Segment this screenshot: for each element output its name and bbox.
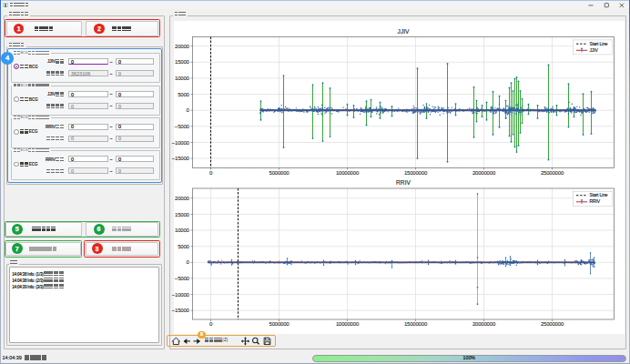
- svg-text:15000: 15000: [175, 59, 190, 65]
- svg-text:20000: 20000: [175, 44, 190, 49]
- svg-text:−5000: −5000: [175, 276, 190, 281]
- svg-text:RRIV: RRIV: [396, 179, 411, 186]
- svg-text:JJIV: JJIV: [398, 28, 410, 35]
- svg-text:−10000: −10000: [172, 292, 190, 298]
- svg-text:15000000: 15000000: [404, 321, 428, 327]
- svg-text:−10000: −10000: [172, 140, 190, 146]
- svg-text:10000: 10000: [175, 76, 190, 81]
- svg-text:5000000: 5000000: [269, 170, 290, 176]
- svg-text:0: 0: [209, 321, 213, 327]
- svg-text:5000: 5000: [178, 244, 189, 249]
- svg-text:25000000: 25000000: [541, 321, 564, 327]
- svg-text:−15000: −15000: [172, 308, 190, 313]
- svg-text:−15000: −15000: [172, 156, 190, 161]
- svg-text:5000: 5000: [178, 92, 189, 97]
- svg-text:RRIV: RRIV: [590, 198, 601, 204]
- svg-text:10000000: 10000000: [336, 321, 360, 327]
- svg-text:−5000: −5000: [175, 124, 190, 129]
- svg-text:15000000: 15000000: [404, 170, 428, 176]
- svg-text:10000000: 10000000: [336, 170, 360, 176]
- svg-text:0: 0: [187, 107, 190, 113]
- svg-text:JJIV: JJIV: [590, 47, 599, 53]
- svg-text:5000000: 5000000: [269, 321, 290, 327]
- svg-text:0: 0: [209, 170, 213, 176]
- svg-text:Start Line: Start Line: [590, 192, 608, 197]
- svg-text:20000: 20000: [175, 196, 190, 201]
- svg-text:20000000: 20000000: [472, 170, 496, 176]
- svg-text:15000: 15000: [175, 212, 190, 217]
- svg-text:25000000: 25000000: [541, 170, 564, 176]
- svg-text:10000: 10000: [175, 228, 190, 233]
- svg-text:Start Line: Start Line: [590, 41, 608, 46]
- svg-text:0: 0: [187, 259, 190, 265]
- svg-text:20000000: 20000000: [472, 321, 496, 327]
